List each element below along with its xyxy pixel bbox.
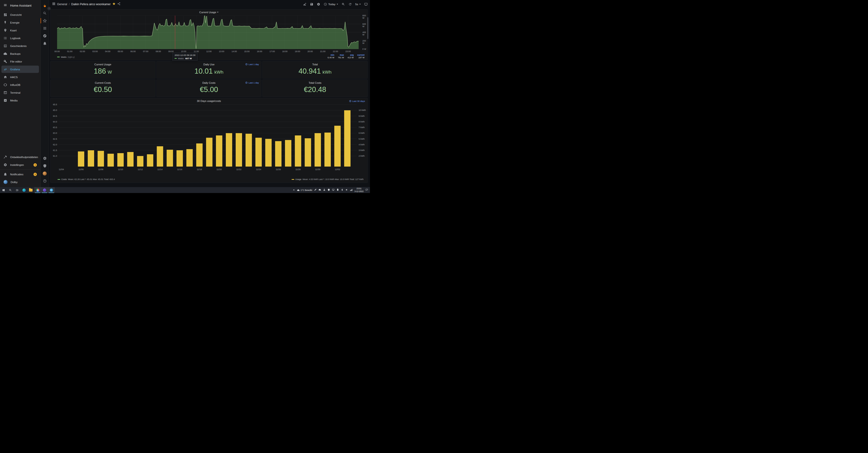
usage-bar[interactable] — [98, 151, 104, 167]
watts-time-series-chart[interactable] — [57, 16, 361, 49]
rail-search[interactable] — [40, 10, 49, 17]
refresh-button[interactable] — [348, 3, 352, 6]
start-button[interactable] — [0, 187, 7, 193]
rail-dashboards[interactable] — [40, 25, 49, 32]
usage-bar[interactable] — [334, 126, 341, 167]
usage-costs-bar-chart[interactable]: €1.0€1.5€2.0€2.5€3.0€3.5€4.0€4.5€5.0€5.5… — [51, 104, 367, 175]
last-30-days-link[interactable]: Last 30 days — [349, 100, 365, 102]
usage-bar[interactable] — [157, 146, 163, 167]
usage-bar[interactable] — [344, 110, 350, 167]
usage-bar[interactable] — [166, 150, 173, 167]
refresh-interval-picker[interactable]: 5s — [355, 3, 361, 6]
taskbar-app-edge[interactable] — [21, 187, 27, 193]
task-view-button[interactable] — [14, 187, 21, 193]
stat-title[interactable]: Total — [312, 63, 318, 66]
tray-volume-icon[interactable] — [345, 188, 348, 191]
sidebar-expand-button[interactable]: › — [48, 7, 51, 10]
rail-starred[interactable] — [40, 17, 49, 24]
usage-bar[interactable] — [88, 150, 94, 167]
taskbar-clock[interactable]: 23:51 3-12-2022 — [354, 187, 364, 192]
share-icon[interactable] — [117, 2, 121, 6]
tray-shield-icon[interactable] — [328, 188, 330, 191]
tray-chevron-up-icon[interactable] — [292, 188, 295, 191]
tray-display-icon[interactable] — [332, 188, 335, 191]
usage-bar[interactable] — [246, 134, 252, 167]
rail-help[interactable] — [40, 177, 49, 184]
usage-bar[interactable] — [236, 133, 242, 167]
tv-mode-button[interactable] — [364, 3, 368, 6]
tray-network-icon[interactable] — [350, 188, 352, 191]
usage-bar[interactable] — [314, 133, 321, 167]
taskbar-weather[interactable]: 1°C Bewolkt — [297, 189, 312, 191]
stat-title[interactable]: Daily Costs — [203, 81, 216, 84]
taskbar-search-button[interactable] — [7, 187, 14, 193]
rail-configuration[interactable] — [40, 155, 49, 162]
dashboard-settings-button[interactable] — [317, 3, 320, 6]
usage-bar[interactable] — [186, 149, 193, 167]
add-panel-button[interactable] — [303, 3, 307, 6]
action-center-icon[interactable] — [366, 188, 368, 191]
usage-bar[interactable] — [107, 154, 114, 167]
usage-bar[interactable] — [216, 135, 222, 167]
tray-usb-icon[interactable] — [336, 188, 339, 191]
sidebar-item-notifications[interactable]: Notificaties 1 — [1, 171, 39, 178]
taskbar-app-telegram[interactable] — [48, 187, 55, 193]
last-1-day-link[interactable]: Last 1 day — [245, 81, 259, 84]
taskbar-app-explorer[interactable] — [27, 187, 34, 193]
rail-alerting[interactable] — [40, 40, 49, 47]
sidebar-item-grafana[interactable]: Grafana — [1, 66, 39, 73]
sidebar-item-terminal[interactable]: Terminal — [1, 89, 39, 96]
zoom-out-button[interactable] — [342, 3, 345, 6]
usage-bar[interactable] — [206, 138, 213, 167]
usage-bar[interactable] — [265, 139, 272, 167]
tray-teams-icon[interactable] — [323, 188, 326, 191]
legend-costs[interactable]: Costs Mean: €2.26 Last *: €5.01 Max: €5.… — [58, 178, 115, 181]
sidebar-item-geschiedenis[interactable]: Geschiedenis — [1, 42, 39, 50]
dashboards-grid-icon[interactable] — [52, 2, 56, 6]
stat-title[interactable]: Total Costs — [309, 81, 321, 84]
sidebar-item-media[interactable]: Media — [1, 97, 39, 104]
usage-bar[interactable] — [285, 140, 291, 167]
graph-legend-watts[interactable]: Watts (right-y) — [57, 56, 74, 58]
sidebar-item-energie[interactable]: Energie — [1, 19, 39, 26]
rail-profile[interactable] — [40, 170, 49, 177]
usage-bar[interactable] — [226, 133, 232, 167]
sidebar-item-backups[interactable]: Backups — [1, 50, 39, 57]
time-range-picker[interactable]: Today — [324, 3, 338, 6]
usage-bar[interactable] — [147, 154, 153, 167]
usage-bar[interactable] — [117, 153, 124, 167]
usage-bar[interactable] — [196, 144, 203, 167]
sidebar-item-overzicht[interactable]: Overzicht — [1, 11, 39, 19]
stat-title[interactable]: Current Usage — [94, 63, 111, 66]
usage-bar[interactable] — [305, 138, 311, 167]
sidebar-item-user[interactable]: Dolby — [1, 178, 39, 186]
rail-server-admin[interactable] — [40, 162, 49, 170]
favorite-star-icon[interactable] — [112, 2, 116, 6]
usage-bar[interactable] — [78, 151, 84, 167]
sidebar-item-influxdb[interactable]: InfluxDB — [1, 81, 39, 88]
last-1-day-link[interactable]: Last 1 day — [245, 63, 259, 66]
graph-panel-title[interactable]: Current Usage — [51, 11, 367, 14]
legend-usage[interactable]: Usage Mean: 4.53 kWh Last *: 10.0 kWh Ma… — [291, 178, 364, 181]
sidebar-item-file-editor[interactable]: File editor — [1, 58, 39, 65]
rail-explore[interactable] — [40, 32, 49, 39]
menu-icon[interactable] — [4, 3, 7, 8]
sidebar-item-hacs[interactable]: HACS — [1, 73, 39, 81]
usage-bar[interactable] — [127, 152, 133, 167]
dashboard-scrollbar[interactable] — [367, 17, 368, 39]
stat-title[interactable]: Daily Use — [204, 63, 214, 66]
breadcrumb-section[interactable]: General — [57, 3, 67, 6]
usage-bar[interactable] — [177, 150, 183, 167]
breadcrumb-dashboard-title[interactable]: Daikin Pefera airco woonkamer — [71, 3, 111, 6]
usage-bar[interactable] — [137, 156, 144, 167]
taskbar-app-purple[interactable] — [41, 187, 48, 193]
tray-bluetooth-icon[interactable] — [341, 188, 343, 191]
usage-bar[interactable] — [324, 132, 331, 167]
usage-bar[interactable] — [275, 141, 281, 167]
bars-panel-title[interactable]: 30 Days usage/costs — [51, 99, 367, 102]
sidebar-item-settings[interactable]: Instellingen 1 — [1, 161, 39, 169]
usage-bar[interactable] — [295, 135, 301, 167]
stat-title[interactable]: Current Costs — [95, 81, 111, 84]
save-dashboard-button[interactable] — [310, 3, 313, 6]
sidebar-item-logboek[interactable]: Logboek — [1, 34, 39, 42]
